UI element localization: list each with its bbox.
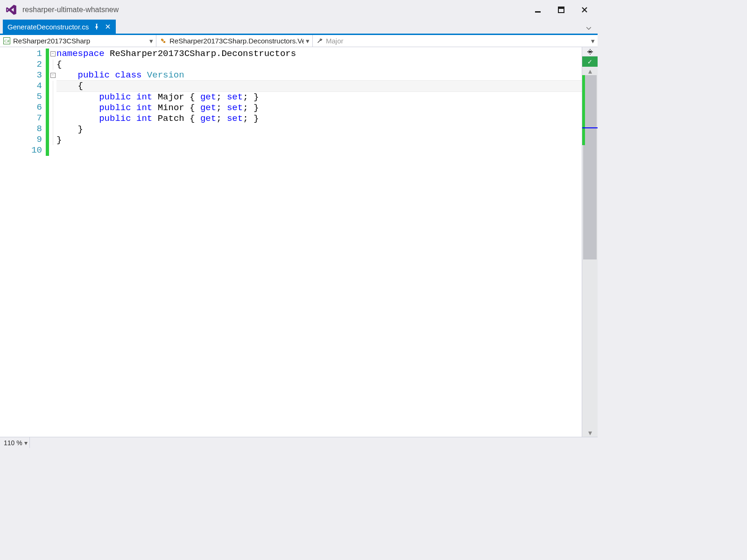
nav-class-label: ReSharper20173CSharp.Deconstructors.Ve <box>169 37 304 45</box>
fold-toggle-icon[interactable]: − <box>50 51 56 56</box>
chevron-down-icon: ▾ <box>306 37 310 45</box>
scroll-track[interactable] <box>582 75 598 428</box>
change-indicator <box>46 47 49 437</box>
chevron-down-icon: ▾ <box>24 439 28 447</box>
nav-class-dropdown[interactable]: ReSharper20173CSharp.Deconstructors.Ve ▾ <box>156 35 313 47</box>
scroll-caret-marker <box>582 127 598 128</box>
pin-icon[interactable] <box>93 23 100 30</box>
scroll-up-icon[interactable]: ▴ <box>582 67 598 75</box>
document-tab-active[interactable]: GenerateDeconstructor.cs <box>3 20 116 34</box>
line-numbers: 1 2 3 4 5 6 7 8 9 10 <box>0 47 46 437</box>
tab-overflow-icon[interactable] <box>584 23 594 34</box>
svg-text:C#: C# <box>4 39 9 43</box>
minimize-button[interactable] <box>532 4 543 15</box>
maximize-button[interactable] <box>556 4 567 15</box>
document-tab-label: GenerateDeconstructor.cs <box>7 23 89 31</box>
nav-project-label: ReSharper20173CSharp <box>13 37 148 45</box>
nav-member-dropdown[interactable]: Major ▾ <box>313 35 598 47</box>
zoom-dropdown[interactable]: 110 % ▾ <box>0 437 30 448</box>
code-text[interactable]: namespace ReSharper20173CSharp.Deconstru… <box>56 47 582 437</box>
code-surface[interactable]: 1 2 3 4 5 6 7 8 9 10 − − <box>0 47 582 437</box>
editor-area: 1 2 3 4 5 6 7 8 9 10 − − <box>0 47 598 437</box>
nav-member-label: Major <box>326 37 589 45</box>
visual-studio-icon <box>5 3 18 16</box>
outlining-margin: − − <box>49 47 56 437</box>
svg-rect-2 <box>558 7 564 9</box>
window-title: resharper-ultimate-whatsnew <box>22 6 532 14</box>
csharp-project-icon: C# <box>3 37 10 45</box>
wrench-icon <box>316 37 323 45</box>
vs-window: resharper-ultimate-whatsnew GenerateDeco… <box>0 0 598 448</box>
svg-rect-0 <box>535 11 541 13</box>
close-button[interactable] <box>579 4 590 15</box>
gutter: 1 2 3 4 5 6 7 8 9 10 − − <box>0 47 56 437</box>
titlebar: resharper-ultimate-whatsnew <box>0 0 598 20</box>
zoom-label: 110 % <box>4 439 22 447</box>
navigation-bar: C# ReSharper20173CSharp ▾ ReSharper20173… <box>0 35 598 47</box>
window-buttons <box>532 4 595 15</box>
scroll-down-icon[interactable]: ▾ <box>582 428 598 437</box>
scroll-thumb[interactable] <box>583 75 597 259</box>
nav-project-dropdown[interactable]: C# ReSharper20173CSharp ▾ <box>0 35 156 47</box>
change-marker <box>582 75 585 145</box>
chevron-down-icon: ▾ <box>149 37 153 45</box>
document-tabstrip: GenerateDeconstructor.cs <box>0 20 598 34</box>
close-tab-icon[interactable] <box>105 23 111 30</box>
fold-toggle-icon[interactable]: − <box>50 73 56 78</box>
chevron-down-icon: ▾ <box>591 37 595 45</box>
error-status-ok-icon[interactable]: ✓ <box>582 56 598 67</box>
split-view-icon[interactable] <box>582 47 598 56</box>
vertical-scrollbar[interactable]: ✓ ▴ ▾ <box>582 47 598 437</box>
editor-statusbar: 110 % ▾ <box>0 437 598 448</box>
class-icon <box>159 37 167 45</box>
